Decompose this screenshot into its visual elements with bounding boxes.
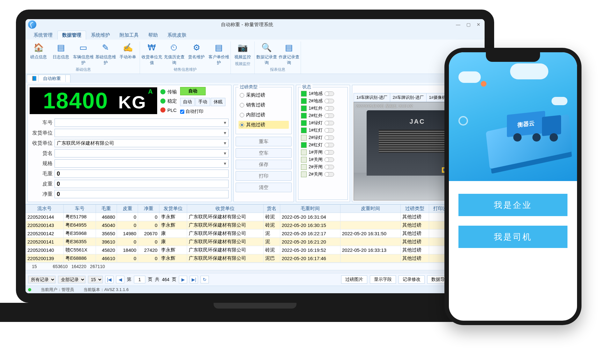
driver-button[interactable]: 我是司机 bbox=[458, 226, 567, 248]
tab-auto-weigh[interactable]: 📘 自动称重 bbox=[27, 75, 70, 83]
history-icon: ⏲ bbox=[168, 41, 180, 54]
ribbon-recharge[interactable]: ₩收货单位充值 bbox=[141, 41, 163, 66]
menu-help[interactable]: 帮助 bbox=[143, 31, 163, 40]
ribbon-price[interactable]: ▤客户单价维护 bbox=[208, 41, 230, 66]
net-input[interactable] bbox=[55, 190, 229, 198]
menu-system[interactable]: 系统管理 bbox=[29, 31, 57, 40]
cam-tab-1[interactable]: 1#车牌识别-进厂 bbox=[354, 93, 390, 102]
menu-data[interactable]: 数据管理 bbox=[57, 31, 86, 40]
table-row[interactable]: 2205200143粤E649554504000李永辉广东联民环保建材有限公司砖… bbox=[26, 221, 485, 229]
col-header[interactable]: 毛重 bbox=[96, 205, 117, 213]
ribbon-vehicle[interactable]: ▭车辆信息维护 bbox=[72, 41, 94, 66]
pager-edit-button[interactable]: 记录修改 bbox=[399, 275, 425, 284]
type-sale[interactable]: 销售过磅 bbox=[238, 101, 289, 109]
col-header[interactable]: 皮重时间 bbox=[340, 205, 400, 213]
table-row[interactable]: 2205200141粤E363553961000康广东联民环保建材有限公司泥20… bbox=[26, 238, 485, 246]
minimize-icon[interactable]: — bbox=[455, 21, 462, 28]
table-row[interactable]: 2205200140赣C5561X458201840027420李永辉广东联民环… bbox=[26, 246, 485, 254]
table-row[interactable]: 2205200144粤E517984688000李永辉广东联民环保建材有限公司砖… bbox=[26, 213, 485, 221]
ribbon-scale-info[interactable]: 🏠磅点信息 bbox=[27, 41, 50, 66]
scrollbar-placeholder[interactable] bbox=[26, 270, 485, 273]
status-bar: 当前用户：管理员 当前版本：AVSZ 3.1.1.6 bbox=[26, 286, 485, 293]
table-row[interactable]: 2205200142粤E35968356501498020670康广东联民环保建… bbox=[26, 229, 485, 238]
switch-toggle[interactable] bbox=[325, 121, 334, 125]
switch-toggle[interactable] bbox=[325, 135, 334, 140]
col-header[interactable]: 皮重 bbox=[117, 205, 138, 213]
cam-tab-2[interactable]: 2#车牌识别-进厂 bbox=[390, 93, 427, 102]
refresh-icon[interactable]: ↻ bbox=[201, 276, 209, 283]
prev-page-icon[interactable]: ◀ bbox=[116, 276, 124, 283]
goods-input[interactable] bbox=[55, 149, 229, 157]
tare-input[interactable] bbox=[55, 180, 229, 188]
last-page-icon[interactable]: ▶| bbox=[190, 276, 198, 283]
main-panels: A 18400 KG 传输 稳定 PLC 自动 自动 bbox=[26, 83, 485, 204]
col-header[interactable]: 毛重时间 bbox=[280, 205, 340, 213]
save-button[interactable]: 保存 bbox=[236, 160, 292, 169]
switch-toggle[interactable] bbox=[325, 99, 334, 103]
switch-toggle[interactable] bbox=[325, 113, 334, 118]
col-header[interactable]: 收货单位 bbox=[187, 205, 263, 213]
col-header[interactable]: 货名 bbox=[264, 205, 280, 213]
heavy-button[interactable]: 重车 bbox=[236, 137, 292, 146]
col-header[interactable]: 流水号 bbox=[26, 205, 64, 213]
switch-toggle[interactable] bbox=[325, 172, 334, 177]
sender-input[interactable] bbox=[55, 129, 229, 137]
switch-toggle[interactable] bbox=[325, 165, 334, 169]
spec-input[interactable] bbox=[55, 159, 229, 168]
ring-icon bbox=[458, 116, 468, 126]
type-internal[interactable]: 内部过磅 bbox=[238, 111, 289, 119]
ribbon-base[interactable]: ✎基础信息维护 bbox=[94, 41, 117, 66]
autoprint-checkbox[interactable]: 自动打印 bbox=[180, 109, 225, 114]
switch-toggle[interactable] bbox=[325, 91, 334, 96]
ribbon-recharge-hist[interactable]: ⏲充值历史查询 bbox=[163, 41, 185, 66]
receiver-input[interactable]: 广东联民环保建材有限公司 bbox=[55, 139, 229, 147]
page-input[interactable] bbox=[134, 276, 145, 283]
ribbon-void[interactable]: ▤作废记录查询 bbox=[278, 41, 300, 66]
filter-all[interactable]: 所有记录 bbox=[28, 276, 55, 283]
pager-fields-button[interactable]: 显示字段 bbox=[370, 275, 396, 284]
enterprise-button[interactable]: 我是企业 bbox=[458, 194, 567, 216]
menu-maint[interactable]: 系统维护 bbox=[86, 31, 115, 40]
page-size[interactable]: 15 bbox=[88, 276, 103, 283]
gross-input[interactable] bbox=[55, 170, 229, 178]
col-header[interactable]: 车号 bbox=[63, 205, 96, 213]
col-header[interactable]: 发货单位 bbox=[159, 205, 187, 213]
edit-icon: ✎ bbox=[99, 41, 112, 54]
type-other[interactable]: 其他过磅 bbox=[238, 121, 289, 129]
io-row: 2#地感 bbox=[301, 98, 345, 104]
switch-toggle[interactable] bbox=[325, 106, 334, 111]
clear-button[interactable]: 清空 bbox=[236, 183, 292, 192]
menu-tools[interactable]: 附加工具 bbox=[115, 31, 143, 40]
switch-toggle[interactable] bbox=[325, 128, 334, 133]
phone-screen: 衡器云 我是企业 我是司机 bbox=[449, 52, 577, 321]
menu-skin[interactable]: 系统皮肤 bbox=[163, 31, 191, 40]
close-icon[interactable]: ✕ bbox=[475, 21, 482, 28]
ribbon-query[interactable]: 🔍数据记录查询 bbox=[255, 41, 278, 66]
pager-photo-button[interactable]: 过磅图片 bbox=[341, 275, 367, 284]
mode-auto-button[interactable]: 自动 bbox=[180, 98, 195, 106]
switch-toggle[interactable] bbox=[325, 143, 334, 147]
car-input[interactable] bbox=[55, 119, 229, 127]
print-button[interactable]: 打印 bbox=[236, 171, 292, 181]
filter-all2[interactable]: 全部记录 bbox=[58, 276, 85, 283]
empty-button[interactable]: 空车 bbox=[236, 148, 292, 158]
ribbon-video[interactable]: 📷视频监控 bbox=[231, 41, 254, 61]
led-icon bbox=[301, 142, 307, 148]
first-page-icon[interactable]: |◀ bbox=[105, 276, 113, 283]
void-icon: ▤ bbox=[283, 41, 295, 54]
titlebar: 自动称重 - 称量管理系统 — ▢ ✕ bbox=[26, 19, 485, 30]
ribbon-goods[interactable]: ⚙货名维护 bbox=[185, 41, 208, 66]
col-header[interactable]: 过磅类型 bbox=[400, 205, 429, 213]
table-row[interactable]: 2205200139粤E688864661000李永辉广东联民环保建材有限公司泥… bbox=[26, 254, 485, 263]
switch-toggle[interactable] bbox=[325, 157, 334, 162]
next-page-icon[interactable]: ▶ bbox=[179, 276, 187, 283]
weight-display: A 18400 KG bbox=[30, 87, 157, 114]
mode-manual-button[interactable]: 手动 bbox=[195, 98, 210, 106]
switch-toggle[interactable] bbox=[325, 150, 334, 155]
ribbon-manual[interactable]: ✍手动补单 bbox=[117, 41, 139, 66]
maximize-icon[interactable]: ▢ bbox=[465, 21, 472, 28]
col-header[interactable]: 净重 bbox=[138, 205, 159, 213]
ribbon-log[interactable]: ▤日志信息 bbox=[50, 41, 72, 66]
mode-sleep-button[interactable]: 休眠 bbox=[211, 98, 225, 106]
type-purchase[interactable]: 采购过磅 bbox=[238, 91, 289, 99]
